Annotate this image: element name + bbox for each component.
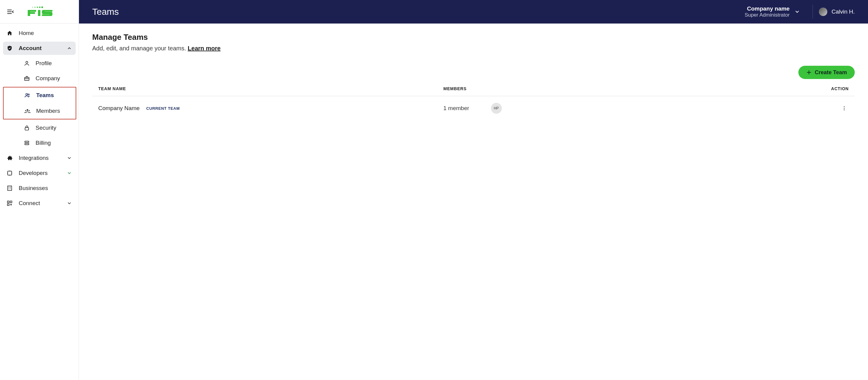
current-team-tag: CURRENT TEAM	[146, 106, 180, 111]
topbar: Teams Company name Super Administrator C…	[79, 0, 868, 24]
svg-rect-20	[7, 204, 9, 206]
shield-check-icon	[6, 45, 13, 52]
sidebar-item-label: Connect	[19, 200, 61, 207]
sidebar-item-profile[interactable]: Profile	[18, 57, 76, 70]
menu-toggle-button[interactable]	[5, 7, 15, 17]
svg-point-11	[25, 110, 26, 111]
teams-icon	[24, 92, 31, 98]
svg-rect-14	[25, 141, 29, 142]
billing-icon	[24, 140, 30, 146]
svg-point-2	[37, 6, 38, 7]
chevron-down-icon	[66, 170, 73, 176]
team-name-cell: Company Name CURRENT TEAM	[98, 105, 443, 112]
svg-rect-19	[10, 201, 12, 203]
user-menu[interactable]: Calvin H.	[819, 7, 855, 16]
column-team-name: TEAM NAME	[98, 86, 443, 91]
members-cell: 1 member HP	[443, 103, 788, 114]
svg-point-4	[41, 6, 43, 8]
svg-point-1	[34, 7, 36, 8]
sidebar-item-company[interactable]: Company	[18, 72, 76, 85]
sidebar-item-security[interactable]: Security	[18, 121, 76, 135]
teams-table: TEAM NAME MEMBERS ACTION Company Name CU…	[92, 86, 855, 120]
chevron-down-icon	[795, 9, 800, 14]
create-team-button[interactable]: Create Team	[798, 66, 855, 79]
row-actions-button[interactable]	[840, 104, 849, 113]
svg-point-6	[26, 61, 28, 63]
fis-logo-icon	[27, 6, 54, 18]
content: Manage Teams Add, edit, and manage your …	[79, 24, 868, 380]
highlighted-sidebar-section: Teams Members	[3, 87, 76, 119]
sidebar-item-label: Teams	[36, 92, 54, 98]
svg-rect-15	[25, 144, 29, 145]
svg-rect-18	[7, 201, 9, 203]
chevron-down-icon	[66, 155, 73, 162]
sidebar-item-developers[interactable]: Developers	[3, 167, 76, 180]
developers-icon	[6, 170, 13, 177]
home-icon	[6, 30, 13, 37]
company-switcher[interactable]: Company name Super Administrator	[745, 5, 807, 18]
actions-bar: Create Team	[92, 66, 855, 79]
sidebar: Home Account Profile	[0, 0, 79, 380]
svg-point-3	[39, 6, 41, 8]
account-submenu: Profile Company Teams	[3, 57, 76, 150]
learn-more-link[interactable]: Learn more	[188, 45, 221, 52]
menu-collapse-icon	[7, 8, 14, 16]
create-team-label: Create Team	[815, 69, 847, 76]
svg-point-21	[844, 106, 845, 107]
svg-point-22	[844, 108, 845, 109]
column-members: MEMBERS	[443, 86, 788, 91]
briefcase-icon	[24, 75, 30, 82]
table-header: TEAM NAME MEMBERS ACTION	[92, 86, 855, 96]
sidebar-item-integrations[interactable]: Integrations	[3, 151, 76, 165]
sidebar-item-label: Security	[36, 124, 56, 131]
sidebar-item-billing[interactable]: Billing	[18, 136, 76, 150]
sidebar-item-label: Developers	[19, 170, 61, 176]
app-logo[interactable]	[27, 6, 54, 18]
kebab-icon	[841, 106, 847, 111]
svg-rect-16	[7, 171, 11, 175]
person-icon	[24, 60, 30, 67]
sidebar-item-label: Businesses	[19, 185, 73, 192]
plus-icon	[806, 70, 812, 75]
svg-point-0	[32, 7, 33, 7]
svg-point-10	[27, 109, 28, 111]
puzzle-icon	[6, 154, 13, 162]
svg-point-9	[28, 94, 29, 95]
sidebar-item-label: Home	[19, 30, 73, 36]
sidebar-header	[0, 0, 79, 24]
members-icon	[24, 108, 31, 114]
page-title: Teams	[92, 7, 745, 17]
sidebar-item-members[interactable]: Members	[18, 103, 76, 119]
svg-rect-5	[38, 10, 40, 16]
company-name: Company name	[745, 5, 789, 12]
company-role: Super Administrator	[745, 12, 789, 18]
action-cell	[788, 104, 849, 113]
sidebar-item-account[interactable]: Account	[3, 41, 76, 55]
company-text: Company name Super Administrator	[745, 5, 789, 18]
sidebar-nav: Home Account Profile	[0, 24, 79, 380]
topbar-divider	[812, 5, 813, 19]
sidebar-item-label: Account	[19, 45, 61, 52]
building-icon	[6, 184, 13, 192]
column-action: ACTION	[788, 86, 849, 91]
table-row: Company Name CURRENT TEAM 1 member HP	[92, 96, 855, 120]
sidebar-item-home[interactable]: Home	[3, 27, 76, 40]
sidebar-item-label: Members	[36, 108, 60, 114]
user-name: Calvin H.	[832, 8, 855, 15]
sidebar-item-label: Company	[36, 75, 60, 82]
content-subtitle-text: Add, edit, and manage your teams.	[92, 45, 188, 52]
svg-rect-13	[25, 127, 29, 130]
member-avatar: HP	[491, 103, 502, 114]
team-name: Company Name	[98, 105, 140, 112]
member-count: 1 member	[443, 105, 469, 112]
content-title: Manage Teams	[92, 33, 855, 42]
chevron-down-icon	[66, 200, 73, 207]
main-area: Teams Company name Super Administrator C…	[79, 0, 868, 380]
svg-point-12	[29, 110, 30, 111]
content-subtitle: Add, edit, and manage your teams. Learn …	[92, 45, 855, 52]
sidebar-item-businesses[interactable]: Businesses	[3, 181, 76, 195]
sidebar-item-connect[interactable]: Connect	[3, 197, 76, 210]
sidebar-item-teams[interactable]: Teams	[18, 87, 76, 103]
sidebar-item-label: Billing	[36, 140, 51, 146]
sidebar-item-label: Profile	[36, 60, 52, 67]
